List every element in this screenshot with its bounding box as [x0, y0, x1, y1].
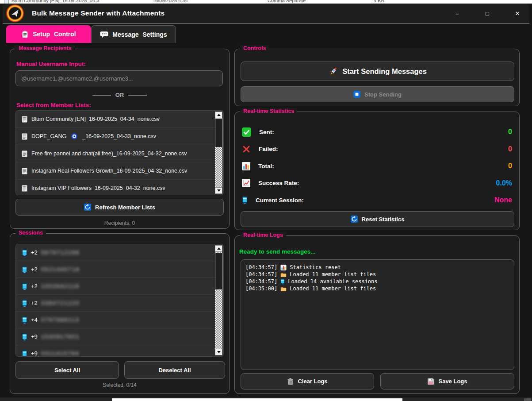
session-list-scrollbar[interactable]	[215, 245, 222, 355]
controls-group: Controls Start Sending Messages Stop Sen…	[234, 49, 520, 106]
stat-label: Sent:	[259, 129, 274, 135]
stat-value: None	[494, 196, 512, 204]
background-window-strip: Blum Community [EN]_16-09-2025_04-3 16/0…	[0, 0, 532, 4]
scroll-down-icon[interactable]	[215, 349, 222, 355]
background-bottom-strip	[0, 397, 532, 401]
start-button-label: Start Sending Messages	[342, 67, 427, 76]
session-prefix: +2	[31, 266, 38, 273]
reset-statistics-button[interactable]: Reset Statistics	[241, 211, 514, 227]
rocket-icon	[328, 66, 338, 77]
session-number-redacted: 1003942118	[41, 283, 79, 289]
log-output[interactable]: [04:34:57]Statistics reset[04:34:57]Load…	[241, 259, 514, 370]
window-controls: – □ ✕	[452, 4, 522, 23]
session-item[interactable]: +20521445718	[16, 261, 223, 278]
document-icon	[22, 185, 27, 192]
session-item[interactable]: +23384721220	[16, 295, 223, 312]
or-divider: OR	[10, 92, 229, 98]
member-list-scrollbar[interactable]	[215, 112, 222, 194]
session-item[interactable]: +91530917601	[16, 328, 223, 345]
clear-logs-button[interactable]: Clear Logs	[241, 373, 374, 389]
scroll-up-icon[interactable]	[215, 245, 222, 252]
scrollbar-track[interactable]	[215, 118, 222, 187]
phone-icon	[22, 350, 27, 357]
chartup-icon	[242, 179, 250, 187]
scrollbar-thumb[interactable]	[215, 118, 222, 147]
recipients-count: Recipients: 0	[10, 220, 229, 226]
bg-file-size: 4 KB	[374, 0, 384, 3]
speech-bubble-icon	[100, 31, 108, 38]
check-icon	[242, 127, 251, 137]
tab-message-settings[interactable]: Message Settings	[91, 25, 176, 43]
group-title: Controls	[240, 45, 269, 51]
log-timestamp: [04:34:57]	[245, 278, 277, 285]
member-list-item[interactable]: Instagram VIP Followers_16-09-2025_04-32…	[16, 180, 223, 195]
phone-icon	[22, 333, 27, 341]
save-logs-label: Save Logs	[438, 378, 467, 385]
selected-count: Selected: 0/14	[10, 382, 229, 388]
scroll-up-icon[interactable]	[215, 112, 222, 118]
log-message: Loaded 14 available sessions	[288, 278, 377, 285]
session-item[interactable]: +90311415784	[16, 345, 223, 357]
member-list-filename: Blum Community [EN]_16-09-2025_04-34_non…	[31, 116, 160, 122]
member-list-item[interactable]: Blum Community [EN]_16-09-2025_04-34_non…	[16, 111, 223, 128]
tab-setup-control[interactable]: Setup Control	[6, 25, 91, 43]
stat-value: 0	[508, 162, 512, 170]
document-icon	[22, 168, 27, 174]
stat-row: Total:0	[235, 158, 519, 175]
group-title: Real-time Logs	[240, 232, 286, 238]
refresh-member-lists-button[interactable]: Refresh Member Lists	[15, 199, 224, 216]
close-button[interactable]: ✕	[513, 8, 522, 18]
background-white-segment	[112, 398, 402, 401]
member-list[interactable]: Blum Community [EN]_16-09-2025_04-34_non…	[15, 110, 224, 195]
phone-icon	[280, 278, 285, 285]
stat-value: 0	[508, 145, 512, 153]
manual-username-label: Manual Username Input:	[16, 61, 86, 67]
log-message: Loaded 11 member list files	[290, 285, 376, 292]
scrollbar-track[interactable]	[215, 252, 222, 349]
stat-row: Success Rate:0.0%	[235, 175, 519, 192]
scroll-down-icon[interactable]	[215, 187, 222, 194]
stop-sending-button[interactable]: Stop Sending	[241, 86, 514, 102]
session-number-redacted: 0797988113	[41, 316, 79, 323]
session-item[interactable]: +40797988113	[16, 312, 223, 328]
bars-icon	[242, 162, 250, 170]
session-item[interactable]: +25679712296	[16, 244, 223, 261]
document-icon	[22, 150, 27, 157]
session-prefix: +2	[31, 300, 38, 306]
reset-button-label: Reset Statistics	[362, 216, 405, 223]
select-all-label: Select All	[54, 367, 80, 374]
minimize-button[interactable]: –	[452, 8, 462, 18]
username-input[interactable]	[15, 70, 223, 86]
maximize-button[interactable]: □	[482, 8, 492, 18]
reset-icon	[351, 216, 358, 223]
session-list[interactable]: +25679712296+20521445718+21003942118+233…	[15, 244, 224, 357]
cross-icon	[242, 145, 251, 154]
bg-file-date: 16/09/2025 4:34	[153, 0, 188, 3]
stat-row: Failed:0	[235, 141, 519, 158]
log-timestamp: [04:34:57]	[245, 264, 277, 270]
bg-file-name: Blum Community [EN]_16-09-2025_04-3	[11, 0, 100, 3]
session-number-redacted: 1530917601	[41, 333, 80, 340]
scrollbar-thumb[interactable]	[215, 253, 222, 290]
stat-label: Success Rate:	[258, 180, 299, 186]
document-icon	[22, 133, 27, 140]
session-number-redacted: 5679712296	[41, 249, 80, 256]
save-logs-button[interactable]: Save Logs	[380, 373, 514, 389]
stat-label: Current Session:	[256, 197, 304, 204]
message-recipients-group: Message Recipients Manual Username Input…	[10, 49, 230, 229]
member-list-filename: _16-09-2025_04-33_none.csv	[82, 133, 156, 139]
stat-label: Failed:	[259, 146, 278, 152]
member-list-item[interactable]: DOPE_GANG _16-09-2025_04-33_none.csv	[16, 128, 223, 145]
member-list-filename: Free fire pannel and chat(all free)_16-0…	[31, 150, 187, 157]
deselect-all-button[interactable]: Deselect All	[124, 361, 225, 379]
member-list-item[interactable]: Instagram Real Followers Growth_16-09-20…	[16, 162, 223, 180]
phone-icon	[22, 316, 27, 324]
member-list-item[interactable]: Free fire pannel and chat(all free)_16-0…	[16, 145, 223, 162]
select-all-button[interactable]: Select All	[15, 361, 119, 379]
phone-icon	[242, 196, 248, 204]
phone-icon	[22, 299, 27, 307]
start-sending-button[interactable]: Start Sending Messages	[241, 62, 514, 81]
session-item[interactable]: +21003942118	[16, 278, 223, 295]
app-logo-icon	[6, 4, 24, 22]
window-title: Bulk Message Sender with Attachments	[32, 4, 165, 23]
